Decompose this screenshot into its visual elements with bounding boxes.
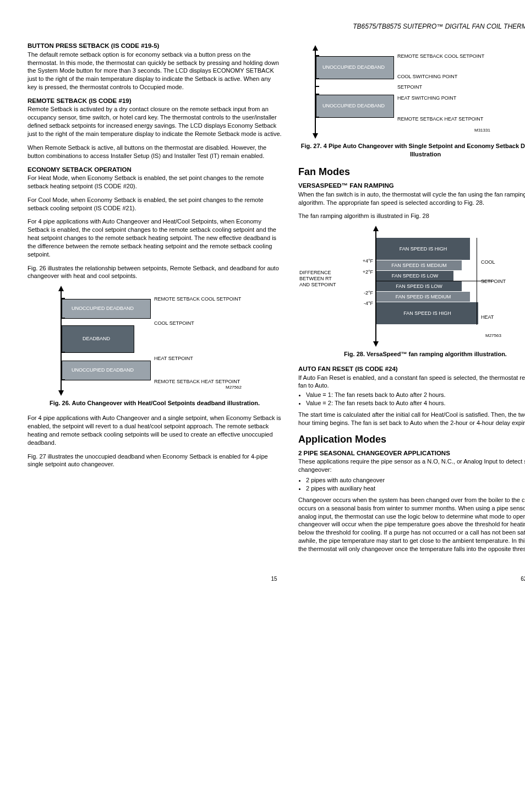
figure-28: DIFFERENCE BETWEEN RT AND SETPOINT FAN S… [298,226,525,347]
para: Fig. 27 illustrates the unoccupied deadb… [28,453,282,469]
arrow-down-icon [313,133,318,139]
band-cool-low: FAN SPEED IS LOW [376,271,453,281]
label: REMOTE SETBACK HEAT SETPOINT [397,116,483,122]
arrow-up-icon [313,45,318,51]
label-cool: COOL [481,259,495,265]
para: If Auto Fan Reset is enabled, and a cons… [298,374,525,390]
para: For Cool Mode, when Economy Setback is e… [28,196,282,212]
heading-fan-modes: Fan Modes [298,165,525,178]
page-number: 15 [28,575,521,583]
heading-button-press-setback: BUTTON PRESS SETBACK (IS CODE #19-5) [28,42,282,51]
heading-remote-setback: REMOTE SETBACK (IS CODE #19) [28,97,282,106]
para: Changeover occurs when the system has be… [298,496,525,553]
heading-economy-setback-operation: ECONOMY SETBACK OPERATION [28,166,282,175]
label: COOL SWITCHING POINT [397,73,457,80]
label: REMOTE SETBACK COOL SETPOINT [154,296,241,302]
para: The fan ramping algorithm is illustrated… [298,212,525,220]
tick [62,352,65,353]
figure-27: REMOTE SETBACK COOL SETPOINT UNOCCUPIED … [298,45,525,139]
band-heat-med: FAN SPEED IS MEDIUM [376,292,470,302]
page-header: TB6575/TB8575 SUITEPRO™ DIGITAL FAN COIL… [28,22,525,31]
para: For 4 pipe applications with Auto Change… [28,217,282,258]
band-cool-med: FAN SPEED IS MEDIUM [376,260,462,270]
setpoint-line [376,281,492,281]
para: When Remote Setback is active, all butto… [28,144,282,160]
diagram-code: M31331 [474,128,490,134]
para: For 4 pipe applications with Auto Change… [28,414,282,446]
diagram-code: M27563 [485,333,501,339]
para: The default remote setback option is for… [28,51,282,91]
para: For Heat Mode, when Economy Setback is e… [28,174,282,190]
temp-label: -4°F [359,300,373,307]
page-footer: 15 62-0278—07 [28,575,525,583]
figure-27-caption: Fig. 27. 4 Pipe Auto Changeover with Sin… [298,142,525,159]
tick [62,318,65,319]
label-setpoint: SETPOINT [481,278,506,285]
para: Fig. 26 illustrates the relationship bet… [28,264,282,281]
label-heat: HEAT [481,314,494,320]
arrow-down-icon [373,341,379,347]
side-label: DIFFERENCE BETWEEN RT AND SETPOINT [299,270,341,287]
label: SETPOINT [397,84,422,90]
tick [316,86,319,87]
right-column: REMOTE SETBACK COOL SETPOINT UNOCCUPIED … [298,42,525,559]
left-column: BUTTON PRESS SETBACK (IS CODE #19-5) The… [28,42,282,559]
list-item: Value = 2: The fan resets back to Auto a… [306,399,525,407]
figure-26: REMOTE SETBACK COOL SETPOINT UNOCCUPIED … [28,286,282,396]
band-cool-high: FAN SPEED IS HIGH [376,238,470,260]
label: COOL SETPOINT [154,320,194,326]
temp-label: +4°F [359,258,373,264]
label: REMOTE SETBACK HEAT SETPOINT [154,378,240,385]
label: UNOCCUPIED DEADBAND [72,367,134,373]
temp-label: -2°F [359,290,373,296]
list-item: Value = 1: The fan resets back to Auto a… [306,391,525,399]
figure-28-caption: Fig. 28. VersaSpeed™ fan ramping algorit… [298,350,525,358]
tick [316,117,319,118]
label: UNOCCUPIED DEADBAND [322,102,385,109]
temp-label: +2°F [359,269,373,275]
list-item: 2 pipes with auxiliary heat [306,484,525,493]
para: These applications require the pipe sens… [298,457,525,474]
para: When the fan switch is in auto, the ther… [298,190,525,207]
heading-application-modes: Application Modes [298,433,525,446]
diagram-code: M27562 [226,385,242,391]
label: DEADBAND [83,335,110,342]
label: UNOCCUPIED DEADBAND [72,305,134,312]
para: The start time is calculated after the i… [298,411,525,427]
heading-2-pipe-seasonal: 2 PIPE SEASONAL CHANGEOVER APPLICATIONS [298,449,525,458]
tick [316,78,319,79]
tick [62,379,65,380]
band-heat-low: FAN SPEED IS LOW [376,281,462,291]
label: HEAT SWITCHING POINT [397,95,456,101]
label: HEAT SETPOINT [154,355,193,362]
arrow-up-icon [58,286,64,291]
doc-number: 62-0278—07 [521,575,525,583]
para: Remote Setback is activated by a dry con… [28,105,282,138]
arrow-down-icon [58,390,64,396]
right-divider [477,238,477,325]
bullet-list: 2 pipes with auto changeover 2 pipes wit… [306,476,525,493]
band-heat-high: FAN SPEED IS HIGH [376,302,478,324]
bullet-list: Value = 1: The fan resets back to Auto a… [306,391,525,407]
label: UNOCCUPIED DEADBAND [322,64,385,70]
figure-26-caption: Fig. 26. Auto Changeover with Heat/Cool … [28,399,282,407]
heading-versaspeed: VERSASPEED™ FAN RAMPING [298,182,525,190]
label: REMOTE SETBACK COOL SETPOINT [397,53,484,59]
heading-auto-fan-reset: AUTO FAN RESET (IS CODE #24) [298,365,525,374]
arrow-up-icon [373,226,379,231]
list-item: 2 pipes with auto changeover [306,476,525,484]
